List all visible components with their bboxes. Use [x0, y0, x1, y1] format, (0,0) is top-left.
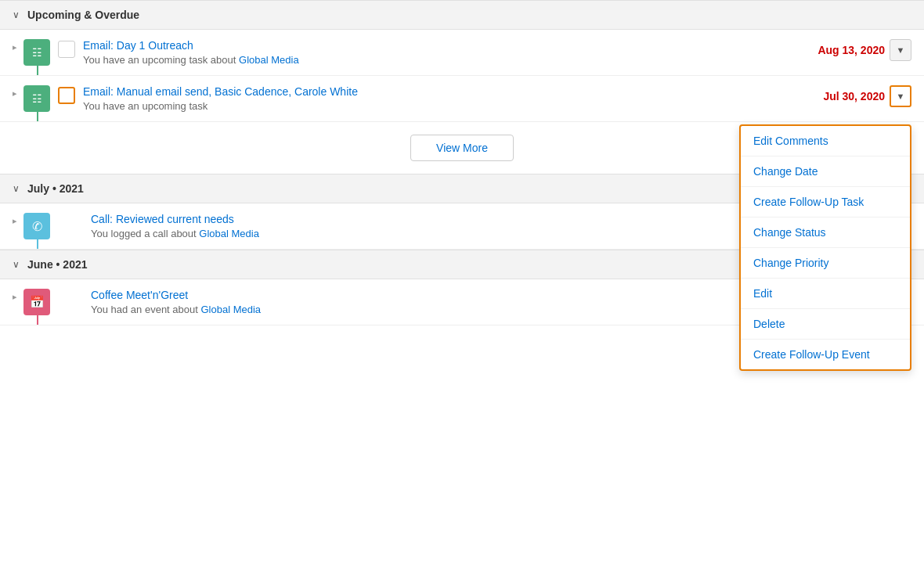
task4-title[interactable]: Coffee Meet'n'Greet: [91, 289, 188, 301]
chevron-upcoming-icon[interactable]: ∨: [13, 9, 20, 20]
task1-title[interactable]: Email: Day 1 Outreach: [83, 39, 193, 52]
task2-subtitle: You have an upcoming task: [83, 100, 810, 112]
dropdown-edit-comments[interactable]: Edit Comments: [741, 126, 910, 156]
chevron-june-icon[interactable]: ∨: [13, 259, 20, 270]
task2-title[interactable]: Email: Manual email send, Basic Cadence,…: [83, 85, 358, 98]
dropdown-change-date[interactable]: Change Date: [741, 156, 910, 187]
task4-subtitle-link[interactable]: Global Media: [201, 304, 262, 315]
task1-date: Aug 13, 2020: [818, 44, 885, 56]
task2-date: Jul 30, 2020: [823, 90, 885, 102]
dropdown-change-status[interactable]: Change Status: [741, 218, 910, 248]
page-container: ∨ Upcoming & Overdue ▸ ☷ Email: Day 1 Ou…: [0, 0, 924, 579]
section-upcoming-title: Upcoming & Overdue: [27, 9, 139, 21]
section-june-title: June • 2021: [27, 258, 88, 271]
dropdown-edit[interactable]: Edit: [741, 279, 910, 309]
task1-date-area: Aug 13, 2020 ▼: [818, 39, 911, 61]
dropdown-create-followup-event[interactable]: Create Follow-Up Event: [741, 340, 910, 369]
expand-task1-icon[interactable]: ▸: [13, 42, 17, 52]
task3-title[interactable]: Call: Reviewed current needs: [91, 213, 234, 225]
task-row-1: ▸ ☷ Email: Day 1 Outreach You have an up…: [0, 30, 924, 76]
task4-event-icon: 📅: [23, 289, 50, 315]
task2-subtitle-text: You have an upcoming task: [83, 100, 208, 112]
task2-checkbox[interactable]: [58, 87, 75, 104]
task1-email-icon: ☷: [23, 39, 50, 66]
task-row-2: ▸ ☷ Email: Manual email send, Basic Cade…: [0, 76, 924, 122]
dropdown-delete[interactable]: Delete: [741, 309, 910, 340]
task4-subtitle-text: You had an event about: [91, 304, 198, 315]
section-july-title: July • 2021: [27, 182, 84, 195]
task1-subtitle-text: You have an upcoming task about: [83, 54, 236, 66]
dropdown-change-priority[interactable]: Change Priority: [741, 248, 910, 279]
chevron-july-icon[interactable]: ∨: [13, 183, 20, 194]
expand-task3-icon[interactable]: ▸: [13, 216, 17, 226]
dropdown-create-followup-task[interactable]: Create Follow-Up Task: [741, 187, 910, 218]
task1-checkbox[interactable]: [58, 41, 75, 58]
task2-date-area: Jul 30, 2020 ▼ Edit Comments Change Date…: [823, 85, 911, 107]
task1-subtitle-link[interactable]: Global Media: [239, 54, 299, 66]
task3-call-icon: ✆: [23, 213, 50, 239]
task2-content: Email: Manual email send, Basic Cadence,…: [83, 85, 810, 112]
task1-dropdown-btn[interactable]: ▼: [890, 39, 911, 61]
task2-dropdown-btn[interactable]: ▼: [890, 85, 911, 107]
task3-subtitle-link[interactable]: Global Media: [199, 228, 259, 239]
task3-subtitle-text: You logged a call about: [91, 228, 197, 239]
task2-email-icon: ☷: [23, 85, 50, 112]
task1-content: Email: Day 1 Outreach You have an upcomi…: [83, 39, 805, 66]
section-upcoming-overdue: ∨ Upcoming & Overdue: [0, 0, 924, 30]
expand-task4-icon[interactable]: ▸: [13, 292, 17, 302]
expand-task2-icon[interactable]: ▸: [13, 88, 17, 99]
task2-dropdown-menu: Edit Comments Change Date Create Follow-…: [739, 124, 911, 371]
task1-subtitle: You have an upcoming task about Global M…: [83, 54, 805, 66]
view-more-button[interactable]: View More: [410, 135, 514, 161]
